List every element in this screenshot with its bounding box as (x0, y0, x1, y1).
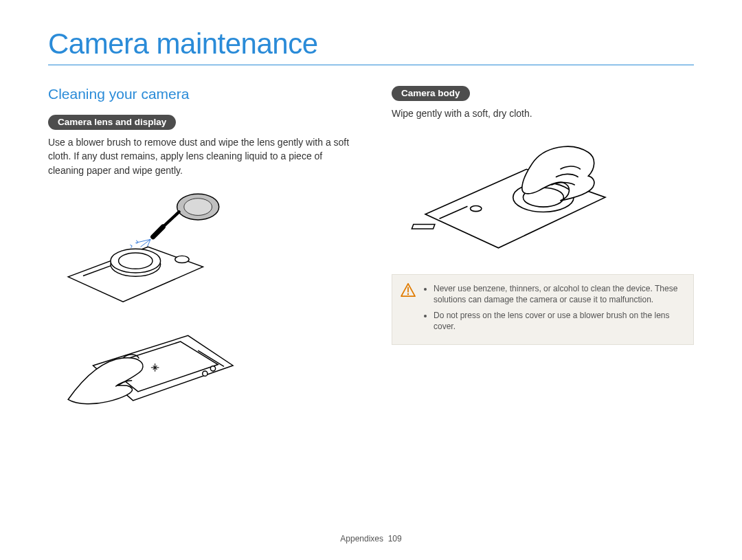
page-title: Camera maintenance (48, 27, 694, 65)
footer-section: Appendixes (340, 534, 383, 544)
svg-point-20 (471, 206, 482, 212)
footer-page-number: 109 (388, 534, 402, 544)
illustration-blower (48, 187, 350, 307)
svg-point-6 (175, 256, 189, 262)
svg-point-10 (210, 366, 215, 371)
caution-list: Never use benzene, thinners, or alcohol … (424, 283, 684, 336)
body-camera-body: Wipe gently with a soft, dry cloth. (392, 107, 694, 120)
two-column-layout: Cleaning your camera Camera lens and dis… (48, 86, 694, 415)
caution-box: Never use benzene, thinners, or alcohol … (392, 274, 694, 345)
svg-rect-22 (412, 225, 434, 229)
page-footer: Appendixes 109 (0, 534, 742, 544)
body-lens-display: Use a blower brush to remove dust and wi… (48, 135, 350, 177)
warning-icon (401, 283, 416, 336)
section-heading: Cleaning your camera (48, 86, 350, 102)
right-column: Camera body Wipe gently with a soft, dry… (392, 86, 694, 415)
caution-item: Do not press on the lens cover or use a … (434, 310, 684, 332)
svg-point-25 (407, 293, 409, 295)
pill-camera-body: Camera body (392, 86, 470, 101)
svg-point-11 (203, 371, 207, 376)
illustration-wipe-display (48, 311, 350, 410)
left-column: Cleaning your camera Camera lens and dis… (48, 86, 350, 415)
caution-item: Never use benzene, thinners, or alcohol … (434, 283, 684, 305)
pill-lens-display: Camera lens and display (48, 115, 176, 130)
illustration-wipe-body (392, 130, 694, 254)
svg-point-5 (119, 253, 153, 269)
svg-point-1 (184, 199, 212, 216)
